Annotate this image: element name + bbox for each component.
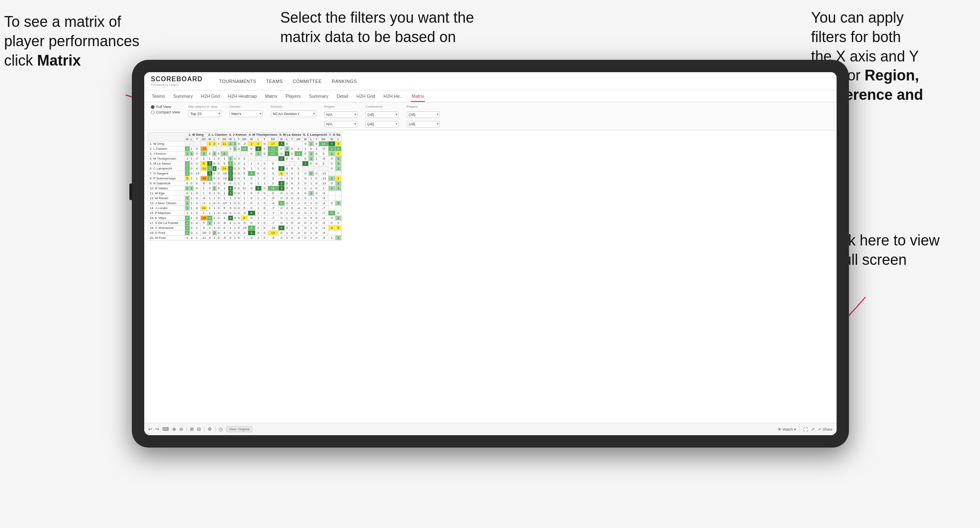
zoom-out-icon[interactable]: ⊖: [179, 427, 183, 432]
settings-icon[interactable]: ⚙: [208, 427, 212, 432]
tab-detail[interactable]: Detail: [336, 92, 349, 102]
table-row: 4. M Thorbjornsen 1101 1101 1003 3005 01…: [148, 156, 342, 161]
filter-region-select1[interactable]: N/A: [324, 111, 357, 118]
table-row: 14. J Lundin 11010 1105 0005 010-7 010-4…: [148, 206, 342, 211]
sh-5-d: Dif: [295, 137, 302, 141]
row-18-name: 18. C Sherwood: [148, 226, 185, 231]
col-header-empty: [148, 132, 185, 141]
redo-icon[interactable]: ↪: [155, 427, 159, 432]
grid-icon[interactable]: ⊞: [190, 427, 194, 432]
filter-max-players: Max players in view Top 25: [188, 105, 221, 117]
app-logo: SCOREBOARD Powered by clippd: [151, 75, 203, 87]
filter-players-subrow2: (All): [407, 120, 440, 127]
ann-tr-l2: filters for both: [811, 28, 901, 45]
zoom-icon[interactable]: ⊕: [172, 427, 176, 432]
nav-committee[interactable]: COMMITTEE: [293, 79, 322, 84]
sh-2-d: Dif: [220, 137, 228, 141]
ann-tr-l4bold: Region,: [865, 67, 919, 84]
filter-conf-select2[interactable]: (All): [366, 121, 399, 127]
table-row: 5. M La Sasso 1306 3005 1101 1106 3003 0…: [148, 161, 342, 166]
row-4-name: 4. M Thorbjornsen: [148, 156, 185, 161]
ann-tl-line3-bold: Matrix: [37, 52, 81, 69]
share-button[interactable]: ↗ Share: [818, 427, 832, 431]
sh-3-w: W: [228, 137, 233, 141]
table-row: 1. W Ding 12011 110-2 12017 30 01013 92: [148, 141, 342, 146]
row-15-name: 15. P Maichon: [148, 211, 185, 216]
ann-tl-line1: To see a matrix of: [4, 13, 121, 30]
full-view-dot: [151, 105, 155, 109]
sh-4-t: T: [261, 137, 267, 141]
toolbar-sep-3: [215, 427, 216, 432]
filter-gender-select[interactable]: Men's: [230, 111, 263, 117]
filter-players-select2[interactable]: (All): [407, 121, 440, 127]
expand-icon[interactable]: ⤢: [811, 427, 815, 432]
filter-division-wrap: NCAA Division I: [271, 109, 316, 117]
filter-max-select[interactable]: Top 25: [188, 111, 221, 117]
col-header-7: 7. G Sa: [328, 132, 341, 137]
sh-2-w: W: [207, 137, 212, 141]
view-original-button[interactable]: View: Original: [226, 426, 252, 432]
filter-division: Division NCAA Division I: [271, 105, 316, 117]
filter-conference: Conference (All) (All): [366, 105, 399, 127]
undo-icon[interactable]: ↩: [148, 427, 152, 432]
table-row: 19. D Ford 201-20 2204 010-1 30013 010-4…: [148, 231, 342, 236]
tab-players-summary[interactable]: Summary: [308, 92, 329, 102]
watch-icon: 👁: [778, 427, 781, 431]
nav-rankings[interactable]: RANKINGS: [332, 79, 357, 84]
table-row: 6. C Lamprecht 100-16 24124 3005 1106 30…: [148, 166, 342, 171]
share-icon: ↗: [818, 427, 821, 431]
tab-h2h-grid-2[interactable]: H2H Grid: [356, 92, 376, 102]
add-icon[interactable]: ⊟: [197, 427, 201, 432]
tab-matrix-active[interactable]: Matrix: [411, 92, 425, 102]
tablet-frame: SCOREBOARD Powered by clippd TOURNAMENTS…: [132, 60, 849, 448]
sh-2-l: L: [212, 137, 216, 141]
sh-4-d: Dif: [267, 137, 278, 141]
col-header-4: 4. M Thorbjornsen: [248, 132, 278, 137]
tab-summary[interactable]: Summary: [172, 92, 193, 102]
toolbar-sep-2: [204, 427, 204, 432]
tab-h2h-grid[interactable]: H2H Grid: [200, 92, 220, 102]
nav-items: TOURNAMENTS TEAMS COMMITTEE RANKINGS: [219, 79, 357, 84]
tab-h2h-he[interactable]: H2H He...: [383, 92, 404, 102]
sh-5-w: W: [278, 137, 284, 141]
filter-gender: Gender Men's: [230, 105, 263, 117]
full-view-radio[interactable]: Full View: [151, 105, 180, 109]
tablet-screen: SCOREBOARD Powered by clippd TOURNAMENTS…: [144, 72, 837, 435]
row-19-name: 19. D Ford: [148, 231, 185, 236]
sh-2-t: T: [216, 137, 220, 141]
timer-icon[interactable]: ◷: [219, 427, 223, 432]
fullscreen-icon[interactable]: ⛶: [803, 427, 808, 432]
nav-teams[interactable]: TEAMS: [266, 79, 283, 84]
filter-conf-select1[interactable]: (All): [366, 111, 399, 118]
ann-tr-l1: You can apply: [811, 9, 904, 26]
tab-players[interactable]: Players: [285, 92, 302, 102]
filter-players-select1[interactable]: (All): [407, 111, 440, 118]
table-row: 3. J Koivun 1102 0102 01013 04011 0103 1…: [148, 151, 342, 156]
compact-view-radio[interactable]: Compact View: [151, 110, 180, 114]
row-16-name: 16. K Vilips: [148, 216, 185, 221]
sh-3-d: Dif: [241, 137, 248, 141]
ann-tl-line3-pre: click: [4, 52, 37, 69]
row-20-name: 20. M Ford: [148, 236, 185, 240]
tab-matrix[interactable]: Matrix: [264, 92, 278, 102]
table-row: 17. S De La Fuente 2005 110-8 010-5 010-…: [148, 221, 342, 226]
filter-region-subrow: N/A: [324, 110, 357, 118]
filter-division-select[interactable]: NCAA Division I: [271, 111, 316, 117]
row-6-name: 6. C Lamprecht: [148, 166, 185, 171]
tab-teams[interactable]: Teams: [151, 92, 166, 102]
tab-h2h-heatmap[interactable]: H2H Heatmap: [227, 92, 258, 102]
watch-button[interactable]: 👁 Watch ▾: [778, 427, 796, 431]
row-3-name: 3. J Koivun: [148, 151, 185, 156]
cursor-icon[interactable]: ⌨: [162, 427, 169, 432]
table-row: 12. M Riedel 110-6 1101 1101 010-6 0003 …: [148, 196, 342, 201]
matrix-container[interactable]: 1. W Ding 2. L Clanton 3. J Koivun 4. M …: [144, 130, 837, 427]
watch-chevron: ▾: [794, 427, 796, 431]
filter-region-select2[interactable]: N/A: [324, 121, 357, 127]
table-row: 7. G Sargent 20-15 300-16 3005 1003 0003…: [148, 171, 342, 176]
compact-view-dot: [151, 111, 155, 114]
sh-3-t: T: [237, 137, 241, 141]
nav-tournaments[interactable]: TOURNAMENTS: [219, 79, 256, 84]
table-row: 2. L Clanton 210-16 01013 04011 0103 103…: [148, 146, 342, 151]
filter-region-subrow2: N/A: [324, 120, 357, 127]
filter-conf-label: Conference: [366, 105, 399, 108]
